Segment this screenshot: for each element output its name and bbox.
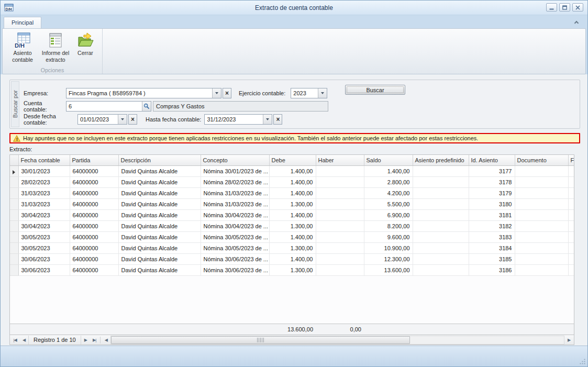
- column-header[interactable]: Partida: [70, 155, 118, 165]
- cell[interactable]: David Quintas Alcalde: [118, 232, 201, 243]
- cell[interactable]: 2.800,00: [364, 177, 413, 188]
- cell[interactable]: Nómina 30/01/2023 de ...: [201, 166, 269, 177]
- cell[interactable]: 64000000: [70, 188, 118, 199]
- cell[interactable]: 3181: [469, 210, 515, 221]
- column-header[interactable]: Fe: [568, 155, 574, 165]
- cell[interactable]: [568, 199, 574, 210]
- first-record-button[interactable]: |◀: [10, 336, 19, 344]
- buscar-button[interactable]: Buscar: [345, 85, 405, 95]
- cell[interactable]: [515, 221, 568, 232]
- cell[interactable]: 3179: [469, 188, 515, 199]
- tab-principal[interactable]: Principal: [4, 17, 41, 28]
- chevron-down-icon[interactable]: [318, 88, 327, 98]
- cell[interactable]: [316, 166, 364, 177]
- column-header[interactable]: Asiento predefinido: [413, 155, 469, 165]
- cell[interactable]: 64000000: [70, 265, 118, 276]
- cell[interactable]: David Quintas Alcalde: [118, 210, 201, 221]
- cell[interactable]: [568, 210, 574, 221]
- cell[interactable]: 1.400,00: [364, 166, 413, 177]
- ribbon-collapse-button[interactable]: [572, 18, 581, 26]
- table-row[interactable]: 31/03/202364000000David Quintas AlcaldeN…: [10, 199, 574, 210]
- cell[interactable]: 1.300,00: [269, 221, 316, 232]
- table-row[interactable]: 30/01/202364000000David Quintas AlcaldeN…: [10, 166, 574, 177]
- cell[interactable]: [568, 265, 574, 276]
- cell[interactable]: [515, 243, 568, 254]
- column-header[interactable]: Id. Asiento: [469, 155, 515, 165]
- cell[interactable]: [413, 199, 469, 210]
- cell[interactable]: 1.400,00: [269, 210, 316, 221]
- column-header[interactable]: Haber: [316, 155, 364, 165]
- cell[interactable]: [568, 232, 574, 243]
- cell[interactable]: [413, 166, 469, 177]
- cell[interactable]: David Quintas Alcalde: [118, 166, 201, 177]
- cell[interactable]: David Quintas Alcalde: [118, 177, 201, 188]
- cell[interactable]: [316, 232, 364, 243]
- cell[interactable]: 64000000: [70, 199, 118, 210]
- cell[interactable]: 1.400,00: [269, 166, 316, 177]
- cell[interactable]: 64000000: [70, 232, 118, 243]
- cell[interactable]: [515, 177, 568, 188]
- cell[interactable]: [568, 166, 574, 177]
- next-record-button[interactable]: ▶: [81, 336, 90, 344]
- cell[interactable]: [316, 188, 364, 199]
- cell[interactable]: 3182: [469, 221, 515, 232]
- cell[interactable]: [515, 232, 568, 243]
- cell[interactable]: 13.600,00: [364, 265, 413, 276]
- cell[interactable]: Nómina 30/04/2023 de ...: [201, 221, 269, 232]
- cell[interactable]: 3185: [469, 254, 515, 265]
- desde-clear-button[interactable]: ×: [128, 114, 137, 125]
- cell[interactable]: [515, 210, 568, 221]
- cell[interactable]: 30/06/2023: [18, 254, 70, 265]
- cell[interactable]: Nómina 30/05/2023 de ...: [201, 232, 269, 243]
- cell[interactable]: 9.600,00: [364, 232, 413, 243]
- cell[interactable]: David Quintas Alcalde: [118, 254, 201, 265]
- cell[interactable]: [568, 177, 574, 188]
- cell[interactable]: David Quintas Alcalde: [118, 221, 201, 232]
- cell[interactable]: 1.400,00: [269, 254, 316, 265]
- cell[interactable]: 3178: [469, 177, 515, 188]
- empresa-clear-button[interactable]: ×: [223, 88, 231, 98]
- cell[interactable]: David Quintas Alcalde: [118, 199, 201, 210]
- cell[interactable]: 28/02/2023: [18, 177, 70, 188]
- search-icon[interactable]: [142, 102, 151, 111]
- cell[interactable]: 30/05/2023: [18, 232, 70, 243]
- cell[interactable]: 64000000: [70, 221, 118, 232]
- table-row[interactable]: 31/03/202364000000David Quintas AlcaldeN…: [10, 188, 574, 199]
- cell[interactable]: [515, 199, 568, 210]
- cell[interactable]: 6.900,00: [364, 210, 413, 221]
- cell[interactable]: 3183: [469, 232, 515, 243]
- cell[interactable]: Nómina 30/06/2023 de ...: [201, 254, 269, 265]
- cell[interactable]: Nómina 30/04/2023 de ...: [201, 210, 269, 221]
- column-header[interactable]: Descripción: [118, 155, 201, 165]
- cell[interactable]: [413, 265, 469, 276]
- cell[interactable]: [568, 254, 574, 265]
- chevron-down-icon[interactable]: [118, 115, 127, 124]
- hasta-clear-button[interactable]: ×: [273, 114, 282, 125]
- cell[interactable]: [316, 254, 364, 265]
- scroll-left-button[interactable]: ◀: [102, 336, 110, 344]
- empresa-combo[interactable]: Fincas Pragma ( B58959784 ): [66, 88, 221, 98]
- cell[interactable]: 30/05/2023: [18, 243, 70, 254]
- cell[interactable]: [515, 188, 568, 199]
- ejercicio-combo[interactable]: 2023: [291, 88, 327, 98]
- table-row[interactable]: 30/06/202364000000David Quintas AlcaldeN…: [10, 254, 574, 265]
- cell[interactable]: 64000000: [70, 210, 118, 221]
- cell[interactable]: [413, 177, 469, 188]
- cell[interactable]: 64000000: [70, 243, 118, 254]
- cell[interactable]: 30/06/2023: [18, 265, 70, 276]
- cell[interactable]: [515, 254, 568, 265]
- cell[interactable]: Nómina 31/03/2023 de ...: [201, 188, 269, 199]
- cell[interactable]: 1.400,00: [269, 188, 316, 199]
- cell[interactable]: David Quintas Alcalde: [118, 188, 201, 199]
- hasta-fecha-input[interactable]: 31/12/2023: [204, 114, 272, 125]
- cell[interactable]: 1.400,00: [269, 177, 316, 188]
- table-row[interactable]: 30/04/202364000000David Quintas AlcaldeN…: [10, 221, 574, 232]
- cell[interactable]: Nómina 30/05/2023 de ...: [201, 243, 269, 254]
- cell[interactable]: 1.300,00: [269, 199, 316, 210]
- cell[interactable]: [316, 210, 364, 221]
- cell[interactable]: [515, 166, 568, 177]
- resize-grip-icon[interactable]: [579, 358, 586, 365]
- cerrar-button[interactable]: Cerrar: [73, 30, 98, 58]
- desde-fecha-input[interactable]: 01/01/2023: [77, 114, 127, 125]
- cell[interactable]: [316, 265, 364, 276]
